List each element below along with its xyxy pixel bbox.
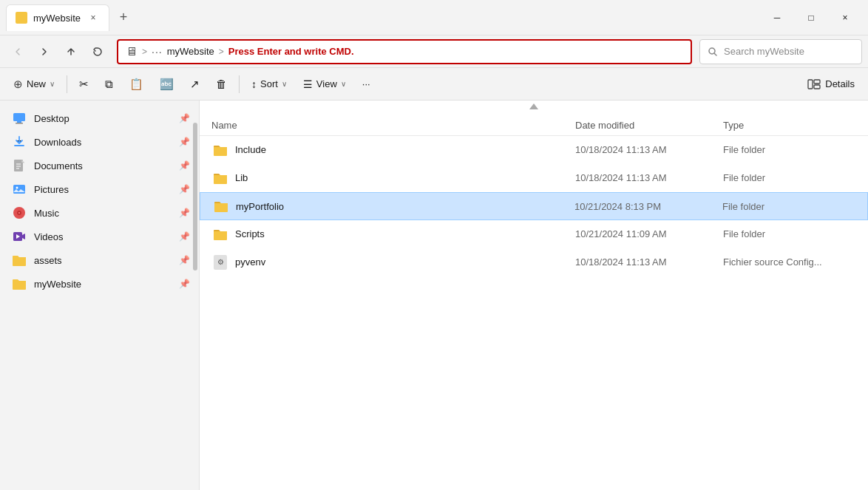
details-icon: [807, 78, 821, 91]
active-tab[interactable]: myWebsite ×: [6, 4, 109, 31]
desktop-icon: [12, 111, 27, 126]
file-row-include[interactable]: Include 10/18/2024 11:13 AM File folder: [200, 136, 868, 164]
tab-area: myWebsite × +: [6, 4, 760, 31]
details-label: Details: [825, 78, 855, 89]
pin-mywebsite: 📌: [179, 279, 190, 289]
details-button[interactable]: Details: [800, 72, 862, 96]
sidebar-item-mywebsite[interactable]: myWebsite 📌: [0, 272, 199, 296]
sidebar-scrollbar[interactable]: [193, 101, 197, 490]
file-row-scripts[interactable]: Scripts 10/21/2024 11:09 AM File folder: [200, 220, 868, 248]
column-header-name[interactable]: Name: [211, 120, 575, 131]
copy-icon: ⧉: [105, 78, 113, 91]
address-cmd-text: Press Enter and write CMD.: [228, 46, 354, 57]
new-tab-button[interactable]: +: [112, 7, 135, 29]
forward-button[interactable]: [33, 40, 56, 64]
new-button[interactable]: ⊕ New ∨: [6, 72, 62, 96]
column-header-type[interactable]: Type: [723, 120, 856, 131]
sidebar-item-videos[interactable]: Videos 📌: [0, 225, 199, 248]
sidebar-item-music[interactable]: Music 📌: [0, 201, 199, 225]
copy-button[interactable]: ⧉: [98, 72, 121, 96]
file-type-lib: File folder: [723, 172, 856, 183]
sort-label: Sort: [260, 78, 278, 89]
music-icon: [12, 205, 27, 220]
file-row-pyvenv[interactable]: ⚙ pyvenv 10/18/2024 11:13 AM Fichier sou…: [200, 248, 868, 276]
tab-close-button[interactable]: ×: [87, 11, 100, 24]
file-row-myportfolio[interactable]: myPortfolio 10/21/2024 8:13 PM File fold…: [200, 192, 868, 220]
videos-icon: [12, 229, 27, 244]
pin-assets: 📌: [179, 255, 190, 265]
more-button[interactable]: ···: [355, 72, 378, 96]
sidebar-label-desktop: Desktop: [34, 113, 172, 124]
minimize-button[interactable]: ─: [760, 6, 794, 30]
pin-pictures: 📌: [179, 184, 190, 194]
file-name-pyvenv: pyvenv: [235, 256, 575, 268]
file-name-myportfolio: myPortfolio: [236, 201, 574, 212]
svg-rect-1: [808, 80, 813, 89]
sidebar-item-assets[interactable]: assets 📌: [0, 248, 199, 272]
file-type-pyvenv: Fichier source Config...: [723, 256, 856, 268]
search-icon: [708, 47, 718, 57]
share-button[interactable]: ↗: [183, 72, 207, 96]
view-button[interactable]: ☰ View ∨: [296, 72, 353, 96]
cfg-file-shape: ⚙: [214, 255, 227, 270]
delete-button[interactable]: 🗑: [208, 72, 234, 96]
sidebar-label-pictures: Pictures: [34, 184, 172, 195]
address-chevron-1: >: [142, 47, 147, 57]
folder-icon-include: [211, 141, 229, 159]
more-icon: ···: [362, 78, 370, 89]
svg-rect-4: [13, 113, 25, 121]
sort-chevron: ∨: [282, 80, 287, 88]
sidebar-label-music: Music: [34, 208, 172, 219]
separator-2: [239, 75, 240, 93]
folder-icon-scripts: [211, 225, 229, 243]
file-date-lib: 10/18/2024 11:13 AM: [575, 172, 723, 183]
folder-icon-lib: [211, 169, 229, 187]
sort-button[interactable]: ↕ Sort ∨: [244, 72, 294, 96]
up-button[interactable]: [59, 40, 83, 64]
svg-point-12: [16, 187, 18, 189]
sidebar-item-pictures[interactable]: Pictures 📌: [0, 177, 199, 201]
separator-1: [67, 75, 67, 93]
paste-button[interactable]: 📋: [122, 72, 151, 96]
share-icon: ↗: [190, 78, 200, 91]
downloads-icon: [12, 135, 27, 149]
column-header-date[interactable]: Date modified: [575, 120, 723, 131]
new-plus-icon: ⊕: [13, 78, 23, 91]
sidebar-item-downloads[interactable]: Downloads 📌: [0, 130, 199, 154]
sort-arrow-indicator: [200, 101, 868, 109]
cut-button[interactable]: ✂: [72, 72, 96, 96]
documents-icon: [12, 158, 27, 173]
refresh-button[interactable]: [86, 40, 109, 64]
search-box[interactable]: Search myWebsite: [699, 39, 862, 64]
sidebar-item-documents[interactable]: Documents 📌: [0, 154, 199, 177]
close-button[interactable]: ×: [828, 6, 862, 30]
sort-icon: ↕: [251, 78, 257, 90]
folder-icon-myportfolio: [212, 197, 230, 215]
back-button[interactable]: [6, 40, 30, 64]
maximize-button[interactable]: □: [794, 6, 828, 30]
svg-rect-3: [814, 85, 820, 89]
pin-music: 📌: [179, 208, 190, 218]
file-list-header: Name Date modified Type: [200, 115, 868, 136]
view-chevron: ∨: [341, 80, 346, 88]
sidebar-item-desktop[interactable]: Desktop 📌: [0, 106, 199, 130]
svg-rect-6: [16, 123, 23, 124]
file-row-lib[interactable]: Lib 10/18/2024 11:13 AM File folder: [200, 164, 868, 192]
new-label: New: [27, 78, 46, 89]
main-content: Desktop 📌 Downloads 📌 Documents 📌 Pictur…: [0, 101, 868, 490]
mywebsite-folder-icon: [12, 276, 27, 291]
paste-icon: 📋: [129, 78, 143, 91]
sidebar: Desktop 📌 Downloads 📌 Documents 📌 Pictur…: [0, 101, 200, 490]
sidebar-label-documents: Documents: [34, 160, 172, 171]
sidebar-scrollbar-thumb: [193, 123, 197, 270]
file-name-scripts: Scripts: [235, 228, 575, 239]
svg-rect-11: [13, 185, 25, 194]
pictures-icon: [12, 182, 27, 197]
file-name-lib: Lib: [235, 172, 575, 183]
assets-folder-icon: [12, 253, 27, 268]
address-box[interactable]: 🖥 > ··· myWebsite > Press Enter and writ…: [117, 39, 692, 64]
window-controls: ─ □ ×: [760, 6, 862, 30]
gear-icon: ⚙: [217, 258, 224, 266]
view-icon: ☰: [303, 78, 313, 90]
rename-button[interactable]: 🔤: [152, 72, 181, 96]
